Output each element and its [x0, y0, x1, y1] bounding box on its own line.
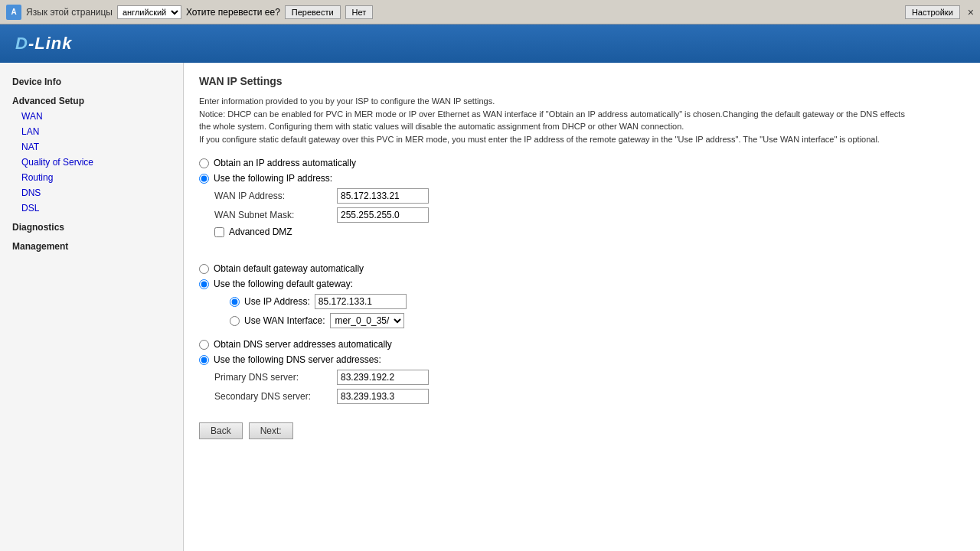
obtain-dns-auto-row: Obtain DNS server addresses automaticall… — [199, 339, 965, 350]
use-wan-interface-row: Use WAN Interface: mer_0_0_35/ — [230, 313, 965, 328]
desc4: If you configure static default gateway … — [199, 135, 880, 144]
obtain-gateway-auto-radio[interactable] — [199, 264, 209, 274]
advanced-dmz-label: Advanced DMZ — [229, 227, 292, 237]
use-following-gateway-label: Use the following default gateway: — [214, 279, 353, 289]
sidebar-item-lan[interactable]: LAN — [0, 124, 183, 139]
content-area: WAN IP Settings Enter information provid… — [184, 63, 980, 551]
desc1: Enter information provided to you by you… — [199, 96, 495, 106]
wan-ip-row: WAN IP Address: — [214, 188, 965, 204]
obtain-dns-auto-label: Obtain DNS server addresses automaticall… — [214, 339, 392, 350]
use-following-gateway-row: Use the following default gateway: — [199, 279, 965, 289]
wan-ip-input[interactable] — [337, 188, 429, 204]
settings-button[interactable]: Настройки — [905, 5, 960, 19]
dlink-logo: D-Link — [15, 34, 72, 54]
use-wan-interface-radio[interactable] — [230, 316, 240, 326]
use-following-dns-row: Use the following DNS server addresses: — [199, 354, 965, 365]
main-layout: Device Info Advanced Setup WAN LAN NAT Q… — [0, 63, 980, 551]
use-ip-address-label: Use IP Address: — [244, 296, 310, 307]
wan-ip-label: WAN IP Address: — [214, 191, 337, 201]
sidebar-item-dsl[interactable]: DSL — [0, 201, 183, 216]
sidebar-item-nat[interactable]: NAT — [0, 139, 183, 155]
desc3: the whole system. Configuring them with … — [199, 122, 684, 131]
sidebar-item-diagnostics[interactable]: Diagnostics — [0, 216, 183, 235]
description: Enter information provided to you by you… — [199, 95, 965, 145]
obtain-dns-auto-radio[interactable] — [199, 340, 209, 350]
use-following-ip-label: Use the following IP address: — [214, 173, 332, 184]
sidebar-item-device-info[interactable]: Device Info — [0, 70, 183, 90]
no-button[interactable]: Нет — [345, 5, 374, 19]
use-following-dns-radio[interactable] — [199, 355, 209, 365]
use-following-gateway-radio[interactable] — [199, 279, 209, 289]
use-ip-address-input[interactable] — [315, 294, 407, 309]
secondary-dns-input[interactable] — [337, 389, 429, 404]
gateway-section: Obtain default gateway automatically Use… — [199, 263, 965, 328]
obtain-ip-auto-row: Obtain an IP address automatically — [199, 158, 965, 168]
primary-dns-label: Primary DNS server: — [214, 372, 337, 383]
dns-section: Obtain DNS server addresses automaticall… — [199, 339, 965, 404]
dlink-header: D-Link — [0, 24, 980, 63]
desc2: Notice: DHCP can be enabled for PVC in M… — [199, 109, 905, 119]
obtain-ip-auto-radio[interactable] — [199, 158, 209, 168]
browser-bar: A Язык этой страницы английский Хотите п… — [0, 0, 980, 24]
secondary-dns-row: Secondary DNS server: — [214, 389, 965, 404]
use-following-ip-radio[interactable] — [199, 174, 209, 184]
primary-dns-row: Primary DNS server: — [214, 370, 965, 385]
sidebar-item-wan[interactable]: WAN — [0, 109, 183, 124]
language-select[interactable]: английский — [117, 5, 181, 19]
question-text: Хотите перевести ее? — [186, 7, 280, 18]
back-button[interactable]: Back — [199, 422, 243, 439]
translate-button[interactable]: Перевести — [285, 5, 341, 19]
advanced-dmz-row: Advanced DMZ — [214, 227, 965, 237]
button-row: Back Next: — [199, 422, 965, 439]
sidebar-item-dns[interactable]: DNS — [0, 185, 183, 201]
use-wan-interface-label: Use WAN Interface: — [244, 315, 325, 326]
sidebar-item-advanced-setup[interactable]: Advanced Setup — [0, 90, 183, 109]
obtain-ip-auto-label: Obtain an IP address automatically — [214, 158, 356, 168]
use-following-dns-label: Use the following DNS server addresses: — [214, 354, 381, 365]
use-following-ip-row: Use the following IP address: — [199, 173, 965, 184]
wan-subnet-row: WAN Subnet Mask: — [214, 207, 965, 223]
lang-label: Язык этой страницы — [26, 7, 113, 18]
obtain-gateway-auto-label: Obtain default gateway automatically — [214, 263, 364, 274]
wan-subnet-input[interactable] — [337, 207, 429, 223]
obtain-gateway-auto-row: Obtain default gateway automatically — [199, 263, 965, 274]
sidebar-item-routing[interactable]: Routing — [0, 170, 183, 185]
primary-dns-input[interactable] — [337, 370, 429, 385]
close-button[interactable]: × — [968, 6, 974, 18]
wan-subnet-label: WAN Subnet Mask: — [214, 210, 337, 220]
sidebar-item-quality-service[interactable]: Quality of Service — [0, 155, 183, 170]
use-ip-address-radio[interactable] — [230, 297, 240, 307]
ip-address-section: Obtain an IP address automatically Use t… — [199, 158, 965, 237]
wan-interface-select[interactable]: mer_0_0_35/ — [330, 313, 404, 328]
sidebar-item-management[interactable]: Management — [0, 235, 183, 254]
sidebar: Device Info Advanced Setup WAN LAN NAT Q… — [0, 63, 184, 551]
secondary-dns-label: Secondary DNS server: — [214, 391, 337, 402]
advanced-dmz-checkbox[interactable] — [214, 227, 224, 237]
page-title: WAN IP Settings — [199, 75, 965, 87]
next-button[interactable]: Next: — [249, 422, 293, 439]
translate-icon: A — [6, 5, 21, 20]
use-ip-address-row: Use IP Address: — [230, 294, 965, 309]
